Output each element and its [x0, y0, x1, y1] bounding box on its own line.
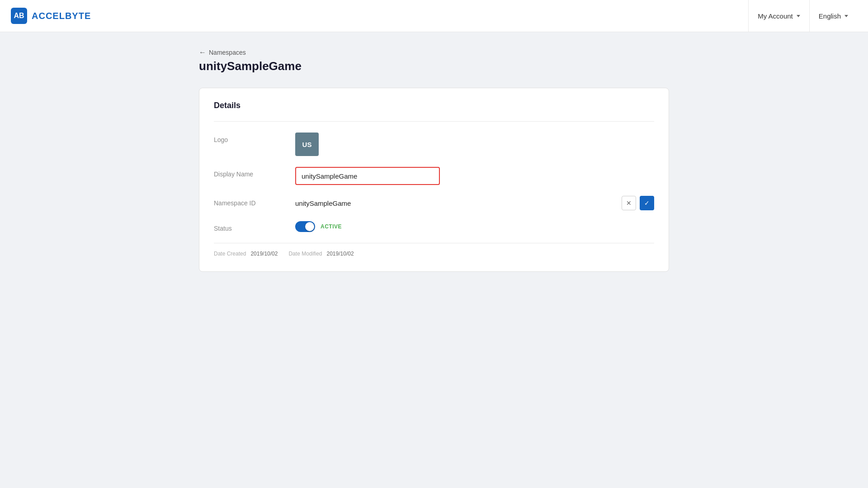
date-created-value: 2019/10/02: [250, 251, 278, 257]
status-value: ACTIVE: [295, 221, 654, 232]
date-modified-label: Date Modified: [288, 251, 322, 257]
date-modified-meta: Date Modified 2019/10/02: [288, 251, 354, 257]
divider: [214, 121, 654, 122]
page-title: unitySampleGame: [199, 59, 669, 73]
my-account-label: My Account: [758, 12, 793, 20]
logo-label: Logo: [214, 133, 295, 143]
language-chevron-icon: [844, 15, 848, 17]
status-row: Status ACTIVE: [214, 221, 654, 232]
status-toggle[interactable]: [295, 221, 315, 232]
namespace-id-label: Namespace ID: [214, 196, 295, 207]
logo-initials: US: [302, 141, 312, 148]
breadcrumb-label: Namespaces: [209, 49, 246, 56]
logo-tile: US: [295, 133, 319, 156]
accelbyte-logo-icon: AB: [11, 8, 27, 24]
header: AB ACCELBYTE My Account English: [0, 0, 868, 32]
card-footer: Date Created 2019/10/02 Date Modified 20…: [214, 243, 654, 257]
status-badge: ACTIVE: [321, 223, 342, 230]
my-account-button[interactable]: My Account: [748, 0, 809, 32]
my-account-chevron-icon: [797, 15, 800, 17]
logo-area: AB ACCELBYTE: [11, 8, 91, 24]
date-created-label: Date Created: [214, 251, 246, 257]
logo-row: Logo US: [214, 133, 654, 156]
status-label: Status: [214, 221, 295, 232]
display-name-label: Display Name: [214, 167, 295, 178]
date-modified-value: 2019/10/02: [327, 251, 354, 257]
language-selector-button[interactable]: English: [809, 0, 857, 32]
display-name-value: [295, 167, 654, 185]
display-name-row: Display Name: [214, 167, 654, 185]
language-label: English: [819, 12, 841, 20]
namespaces-back-link[interactable]: ← Namespaces: [199, 48, 669, 57]
details-section-title: Details: [214, 101, 654, 110]
accelbyte-logo-text: ACCELBYTE: [32, 11, 91, 21]
breadcrumb-area: ← Namespaces unitySampleGame: [199, 32, 669, 77]
confirm-namespace-button[interactable]: ✓: [640, 196, 654, 210]
date-created-meta: Date Created 2019/10/02: [214, 251, 278, 257]
namespace-id-row: Namespace ID unitySampleGame ✕ ✓: [214, 196, 654, 210]
toggle-thumb: [305, 222, 314, 231]
back-arrow-icon: ←: [199, 48, 206, 57]
namespace-id-text: unitySampleGame: [295, 199, 618, 207]
main-content: ← Namespaces unitySampleGame Details Log…: [0, 0, 868, 290]
checkmark-icon: ✓: [644, 199, 650, 207]
clear-namespace-button[interactable]: ✕: [622, 196, 636, 210]
logo-value: US: [295, 133, 654, 156]
display-name-input[interactable]: [295, 167, 440, 185]
close-icon: ✕: [626, 199, 632, 207]
details-card: Details Logo US Display Name Namespace I…: [199, 88, 669, 272]
header-right: My Account English: [748, 0, 857, 32]
namespace-id-value-area: unitySampleGame ✕ ✓: [295, 196, 654, 210]
